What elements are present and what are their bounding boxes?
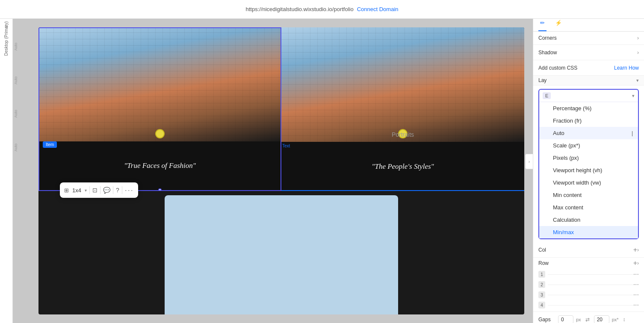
toolbar-divider-2 (100, 186, 100, 194)
more-options-icon[interactable]: ··· (125, 186, 134, 195)
item2-building-overlay (281, 27, 524, 142)
row-arrow-icon[interactable]: › (637, 260, 639, 266)
dropdown-item-minmax[interactable]: Min/max (539, 226, 638, 238)
row-line-3 (548, 295, 633, 295)
gaps-input-1[interactable] (558, 315, 573, 323)
item-label-vh: Viewport height (vh) (553, 167, 602, 173)
portfolio-grid: "True Faces of Fashion" Item (38, 27, 524, 314)
panel-collapse-icon: › (529, 159, 530, 164)
corners-expand-icon[interactable]: › (637, 35, 639, 41)
custom-css-row: Add custom CSS Learn How (533, 60, 644, 76)
layer-dropdown-arrow[interactable]: ▾ (636, 78, 639, 83)
row-label: Row (538, 260, 633, 266)
toolbar-item-label: 1x4 (71, 187, 82, 194)
item-label-vw: Viewport width (vw) (553, 179, 601, 186)
layer-dropdown: E ▾ Percentage (%) Fraction (fr) Auto | (538, 89, 639, 239)
auto-label-4: Auto (14, 144, 18, 152)
item2-title: "The People's Styles" (372, 162, 434, 171)
row-num-3: 3 ··· (538, 290, 639, 300)
text-label-tag: Text (282, 144, 290, 148)
auto-label-3: Auto (14, 110, 18, 118)
col-row-section: Col + › (533, 243, 644, 258)
left-v-label-desktop: Desktop (Primary) (2, 34, 11, 43)
dropdown-item-max-content[interactable]: Max content (539, 201, 638, 214)
item1-image (39, 28, 281, 141)
portfolio-item-1[interactable]: "True Faces of Fashion" Item (38, 27, 281, 191)
item1-building-overlay (39, 28, 281, 141)
row-dots-2[interactable]: ··· (633, 281, 639, 288)
left-side-panel: Desktop (Primary) (0, 19, 13, 323)
portfolio-item-3[interactable] (165, 195, 398, 314)
portfolio-item-2[interactable]: Portraits "The People's Styles" Text (281, 27, 524, 191)
col-header: Col + › (538, 244, 639, 255)
row-plus-icon[interactable]: + (633, 259, 637, 267)
dropdown-item-min-content[interactable]: Min content (539, 189, 638, 201)
row-dots-4[interactable]: ··· (633, 301, 639, 309)
layout-icon[interactable]: ⊡ (92, 187, 97, 194)
row-line-2 (548, 285, 633, 285)
sel-handle-bottom[interactable] (158, 188, 162, 191)
dropdown-header-badge: E (543, 92, 551, 99)
url-display: https://nicedigitalstudio.wixstudio.io/p… (245, 6, 353, 12)
item-label-min-content: Min content (553, 192, 582, 198)
toolbar-divider-3 (113, 186, 113, 194)
chat-icon[interactable]: 💬 (103, 187, 110, 194)
row-badge-2: 2 (538, 281, 545, 288)
dropdown-item-calculation[interactable]: Calculation (539, 214, 638, 226)
shadow-expand-icon[interactable]: › (637, 50, 639, 56)
row-num-1: 1 ··· (538, 270, 639, 279)
help-icon[interactable]: ? (116, 187, 119, 194)
item-label-auto: Auto (553, 130, 564, 136)
row-dots-1[interactable]: ··· (633, 270, 639, 278)
item1-title: "True Faces of Fashion" (124, 162, 196, 170)
connect-domain-link[interactable]: Connect Domain (357, 6, 399, 12)
portrait-label: Portraits (392, 131, 414, 138)
item-label-scale: Scale (px*) (553, 142, 580, 149)
item2-text-area: "The People's Styles" (281, 142, 524, 191)
ruler-labels: Auto Auto Auto Auto (14, 43, 18, 151)
item2-image (281, 27, 524, 142)
gaps-arrows-vertical: ↕ (623, 317, 626, 323)
row-num-2: 2 ··· (538, 280, 639, 289)
item2-border-bottom (281, 190, 524, 191)
portrait-label-container: Portraits (281, 131, 524, 138)
row-badge-4: 4 (538, 302, 545, 308)
row-header: Row + › (538, 258, 639, 269)
row-dots-3[interactable]: ··· (633, 291, 639, 299)
toolbar-bubble: ⊞ 1x4 ▾ ⊡ 💬 ? ··· (60, 182, 138, 198)
corners-row: Corners › (533, 32, 644, 45)
dropdown-item-vw[interactable]: Viewport width (vw) (539, 176, 638, 189)
dropdown-item-fraction[interactable]: Fraction (fr) (539, 115, 638, 127)
col-label: Col (538, 247, 633, 253)
dropdown-item-scale[interactable]: Scale (px*) (539, 139, 638, 152)
learn-how-link[interactable]: Learn How (614, 65, 639, 71)
device-frame: "True Faces of Fashion" Item (38, 27, 524, 314)
row-num-label-1: 1 (541, 272, 543, 277)
design-icon: ✏ (540, 20, 545, 26)
col-arrow-icon[interactable]: › (637, 247, 639, 253)
col-plus-icon[interactable]: + (633, 246, 637, 254)
dropdown-collapse-icon[interactable]: ▾ (632, 93, 635, 99)
dropdown-header[interactable]: E ▾ (539, 90, 638, 102)
dropdown-arrow-icon[interactable]: ▾ (85, 188, 87, 193)
layer-type-bar: Lay ▾ (533, 76, 644, 85)
auto-cursor-icon: | (632, 130, 633, 136)
right-panel: Section › Rep... › Item ✏ ⚡ Corners › Sh… (533, 0, 644, 323)
dropdown-item-percentage[interactable]: Percentage (%) (539, 102, 638, 115)
dropdown-item-vh[interactable]: Viewport height (vh) (539, 164, 638, 176)
canvas-area: "True Faces of Fashion" Item (13, 19, 533, 323)
item-label-minmax: Min/max (553, 229, 574, 235)
grid-icon[interactable]: ⊞ (64, 187, 69, 194)
panel-collapse-button[interactable]: › (525, 154, 533, 169)
shadow-label: Shadow (538, 50, 637, 56)
item1-dot (155, 129, 165, 138)
gaps-input-2[interactable] (594, 315, 609, 323)
item-label-calculation: Calculation (553, 217, 580, 223)
dropdown-item-auto[interactable]: Auto | (539, 127, 638, 139)
desktop-label: Desktop (Primary) (4, 21, 9, 56)
top-bar: https://nicedigitalstudio.wixstudio.io/p… (0, 0, 644, 19)
toolbar-divider-1 (89, 186, 90, 194)
dropdown-item-pixels[interactable]: Pixels (px) (539, 152, 638, 164)
auto-label-2: Auto (14, 76, 18, 85)
lay-label: Lay (538, 77, 547, 83)
